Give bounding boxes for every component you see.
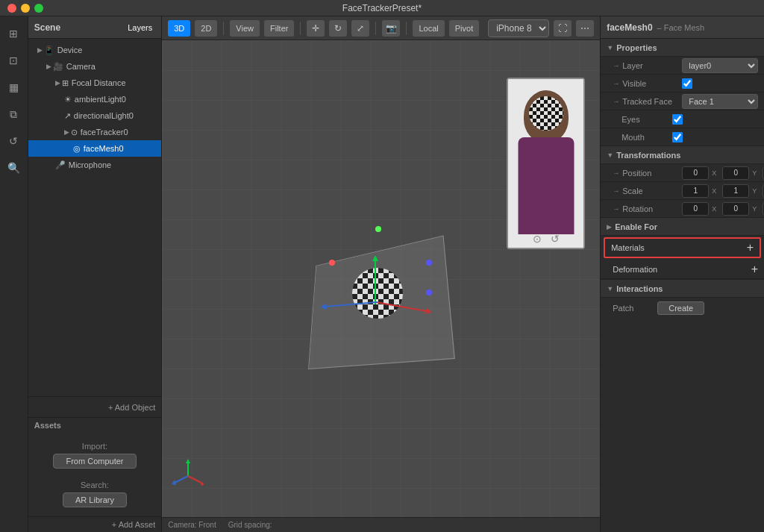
toolbar-divider-1 bbox=[223, 22, 224, 35]
search-icon-btn[interactable]: 🔍 bbox=[2, 157, 25, 179]
scene-panel-title: Scene bbox=[34, 22, 60, 33]
from-computer-button[interactable]: From Computer bbox=[53, 454, 136, 469]
tab-layers[interactable]: Layers bbox=[125, 22, 155, 34]
prop-visible-value bbox=[682, 78, 758, 89]
window-controls bbox=[7, 4, 43, 13]
btn-local[interactable]: Local bbox=[413, 20, 444, 37]
section-transformations-title: Transformations bbox=[616, 151, 680, 160]
maximize-button[interactable] bbox=[34, 4, 43, 13]
ctrl-point-4 bbox=[375, 226, 381, 232]
prop-scale-arrow: → bbox=[613, 187, 619, 195]
scale-icon-btn[interactable]: ⤢ bbox=[351, 20, 369, 37]
scale-y-label: Y bbox=[752, 187, 760, 195]
viewport-statusbar: Camera: Front Grid spacing: bbox=[162, 517, 600, 532]
add-object-button[interactable]: + Add Object bbox=[28, 396, 161, 417]
tree-item-ambient[interactable]: ☀ ambientLight0 bbox=[28, 91, 161, 107]
preview-camera-icon[interactable]: ⊙ bbox=[533, 233, 542, 245]
scene-icon-btn[interactable]: ⊞ bbox=[2, 22, 25, 45]
props-header: faceMesh0 – Face Mesh bbox=[601, 16, 764, 39]
section-transformations[interactable]: ▼ Transformations bbox=[601, 146, 764, 164]
scale-y-input[interactable] bbox=[722, 184, 749, 198]
section-interactions-title: Interactions bbox=[616, 284, 663, 293]
camera-tree-icon: 🎥 bbox=[53, 62, 63, 72]
tree-item-camera[interactable]: ▶ 🎥 Camera bbox=[28, 58, 161, 75]
materials-row[interactable]: Materials + bbox=[604, 237, 761, 258]
tree-arrow-facetracker: ▶ bbox=[64, 128, 69, 136]
position-x-input[interactable] bbox=[682, 166, 709, 180]
close-button[interactable] bbox=[7, 4, 16, 13]
assets-search-section: Search: AR Library bbox=[34, 475, 155, 513]
eyes-checkbox[interactable] bbox=[672, 114, 683, 125]
axis-indicator-svg bbox=[169, 457, 207, 495]
section-properties[interactable]: ▼ Properties bbox=[601, 39, 764, 57]
metrics-icon: ▦ bbox=[9, 81, 19, 93]
prop-rotation-row: → Rotation X Y Z bbox=[601, 200, 764, 218]
tree-label-microphone: Microphone bbox=[69, 160, 111, 169]
person-head bbox=[524, 90, 569, 143]
axis-indicator bbox=[169, 457, 207, 495]
tree-item-microphone[interactable]: 🎤 Microphone bbox=[28, 157, 161, 173]
prop-rotation-arrow: → bbox=[613, 205, 619, 213]
prop-layer-value: layer0 bbox=[682, 58, 758, 73]
section-enable-for[interactable]: ▶ Enable For bbox=[601, 218, 764, 236]
btn-3d[interactable]: 3D bbox=[168, 20, 190, 37]
face-checker-pattern bbox=[352, 268, 403, 319]
create-button[interactable]: Create bbox=[657, 301, 704, 315]
ctrl-point-2 bbox=[426, 260, 432, 266]
deformation-add-icon[interactable]: + bbox=[751, 263, 758, 276]
deformation-row[interactable]: Deformation + bbox=[601, 260, 764, 279]
rotation-x-input[interactable] bbox=[682, 202, 709, 216]
window-title: FaceTrackerPreset* bbox=[342, 3, 422, 13]
rotation-y-input[interactable] bbox=[722, 202, 749, 216]
prop-layer-row: → Layer layer0 bbox=[601, 57, 764, 75]
viewport-canvas[interactable]: ⊙ ↺ bbox=[162, 40, 600, 517]
camera-preview-icon-btn[interactable]: 📷 bbox=[382, 20, 400, 37]
transform-icon-btn[interactable]: ✛ bbox=[307, 20, 325, 37]
tree-item-device[interactable]: ▶ 📱 Device bbox=[28, 42, 161, 58]
btn-pivot[interactable]: Pivot bbox=[449, 20, 479, 37]
preview-reset-icon[interactable]: ↺ bbox=[551, 233, 560, 245]
layers-icon-btn[interactable]: ⧉ bbox=[2, 103, 25, 125]
position-y-input[interactable] bbox=[722, 166, 749, 180]
facetracker-icon: ⊙ bbox=[71, 128, 78, 137]
btn-2d[interactable]: 2D bbox=[195, 20, 217, 37]
metrics-icon-btn[interactable]: ▦ bbox=[2, 76, 25, 98]
materials-add-icon[interactable]: + bbox=[747, 241, 754, 254]
prop-scale-value: X Y Z bbox=[682, 184, 764, 198]
axis-y bbox=[375, 260, 376, 304]
fullscreen-icon-btn[interactable]: ⛶ bbox=[554, 20, 572, 37]
tree-item-directional[interactable]: ↗ directionalLight0 bbox=[28, 107, 161, 124]
refresh-icon-btn[interactable]: ↺ bbox=[2, 130, 25, 152]
visible-checkbox[interactable] bbox=[682, 78, 692, 89]
person-body bbox=[518, 137, 574, 234]
tree-label-facemesh: faceMesh0 bbox=[84, 144, 124, 153]
more-options-icon-btn[interactable]: ⋯ bbox=[576, 20, 594, 37]
x-axis-label: X bbox=[712, 169, 719, 177]
camera-icon-btn[interactable]: ⊡ bbox=[2, 49, 25, 72]
prop-position-value: X Y Z bbox=[682, 166, 764, 180]
rot-x-label: X bbox=[712, 205, 719, 213]
tracked-face-dropdown[interactable]: Face 1 bbox=[682, 94, 758, 109]
scale-x-input[interactable] bbox=[682, 184, 709, 198]
minimize-button[interactable] bbox=[21, 4, 30, 13]
prop-mouth-value bbox=[672, 132, 758, 143]
prop-eyes-row: Eyes bbox=[601, 110, 764, 128]
mouth-checkbox[interactable] bbox=[672, 132, 683, 143]
svg-marker-3 bbox=[200, 481, 204, 486]
panel-tabs: Layers bbox=[125, 22, 155, 34]
tree-item-focal[interactable]: ▶ ⊞ Focal Distance bbox=[28, 75, 161, 91]
main-layout: ⊞ ⊡ ▦ ⧉ ↺ 🔍 Scene Layers ▶ bbox=[0, 16, 764, 532]
add-asset-button[interactable]: + Add Asset bbox=[28, 516, 161, 532]
device-selector[interactable]: iPhone 8 bbox=[488, 19, 549, 37]
btn-filter[interactable]: Filter bbox=[264, 20, 294, 37]
rotate-icon-btn[interactable]: ↻ bbox=[329, 20, 347, 37]
tree-item-facemesh[interactable]: ◎ faceMesh0 bbox=[28, 140, 161, 157]
scene-panel: Scene Layers ▶ 📱 Device ▶ 🎥 Camera bbox=[28, 16, 162, 532]
ar-library-button[interactable]: AR Library bbox=[63, 492, 127, 507]
btn-view[interactable]: View bbox=[230, 20, 260, 37]
patch-label: Patch bbox=[613, 304, 657, 313]
section-interactions[interactable]: ▼ Interactions bbox=[601, 280, 764, 298]
prop-eyes-value bbox=[672, 114, 758, 125]
layer-dropdown[interactable]: layer0 bbox=[682, 58, 758, 73]
tree-item-facetracker[interactable]: ▶ ⊙ faceTracker0 bbox=[28, 124, 161, 140]
